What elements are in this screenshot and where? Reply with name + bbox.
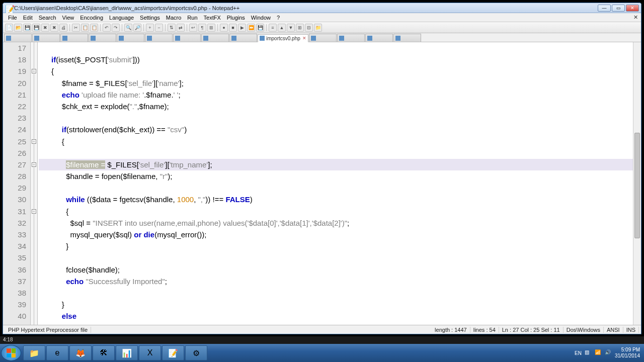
menu-encoding[interactable]: Encoding [77, 15, 106, 21]
app-icon: 📝 [5, 5, 12, 12]
tray-network-icon[interactable]: 📶 [595, 349, 602, 356]
window-title: C:\Users\jiansen\Desktop\CAS\jiansen_dir… [14, 5, 598, 11]
toolbar-separator [217, 24, 218, 31]
sync-horiz-icon[interactable]: ⇄ [177, 24, 185, 32]
file-tab[interactable] [365, 34, 393, 42]
tray-lang[interactable]: EN [575, 350, 582, 356]
stop-macro-icon[interactable]: ■ [229, 24, 237, 32]
file-tab[interactable] [145, 34, 173, 42]
indent-guide-icon[interactable]: ⊞ [207, 24, 215, 32]
tab-close-icon[interactable]: ✕ [302, 36, 306, 41]
sync-vert-icon[interactable]: ⇅ [168, 24, 176, 32]
system-tray[interactable]: EN ▧ 📶 🔊 5:09 PM 31/01/2014 [575, 347, 643, 359]
tray-clock[interactable]: 5:09 PM 31/01/2014 [615, 347, 640, 359]
paste-icon[interactable]: 📋 [90, 24, 98, 32]
video-time-strip: 4:18 [0, 336, 644, 344]
file-tab[interactable] [89, 34, 116, 42]
file-tab[interactable] [117, 34, 144, 42]
tool-extra-icon[interactable]: ▼ [287, 24, 295, 32]
scrollbar-thumb[interactable] [634, 133, 640, 238]
play-multi-icon[interactable]: ⏩ [247, 24, 255, 32]
file-tab[interactable] [201, 34, 229, 42]
replace-icon[interactable]: 🔎 [133, 24, 141, 32]
play-macro-icon[interactable]: ▶ [238, 24, 246, 32]
taskbar-app-icon[interactable]: ⚙ [185, 345, 207, 360]
save-all-icon[interactable]: 💾 [32, 24, 40, 32]
wrap-icon[interactable]: ↩ [189, 24, 197, 32]
title-bar[interactable]: 📝 C:\Users\jiansen\Desktop\CAS\jiansen_d… [3, 3, 641, 13]
status-filetype: PHP Hypertext Preprocessor file [5, 327, 91, 333]
file-tab[interactable] [173, 34, 201, 42]
file-tab[interactable] [32, 34, 60, 42]
status-eol: Dos\Windows [564, 327, 604, 333]
find-icon[interactable]: 🔍 [124, 24, 132, 32]
status-insert-mode: INS [623, 327, 639, 333]
tray-flag-icon[interactable]: ▧ [585, 349, 592, 356]
cut-icon[interactable]: ✂ [72, 24, 80, 32]
menu-file[interactable]: File [5, 15, 20, 21]
close-document-button[interactable]: ✕ [632, 14, 639, 21]
tool-extra-icon[interactable]: ▲ [278, 24, 286, 32]
taskbar-ie-icon[interactable]: e [46, 345, 68, 360]
tabs-bar: importcsv0.php ✕ [3, 33, 641, 42]
file-icon [62, 36, 67, 41]
menu-settings[interactable]: Settings [137, 15, 163, 21]
zoom-in-icon[interactable]: + [146, 24, 154, 32]
start-button[interactable] [1, 345, 21, 361]
file-tab-active[interactable]: importcsv0.php ✕ [258, 34, 308, 42]
record-macro-icon[interactable]: ● [220, 24, 228, 32]
taskbar-excel-icon[interactable]: X [139, 345, 161, 360]
taskbar-app-icon[interactable]: 🛠 [93, 345, 115, 360]
file-tab[interactable] [309, 34, 337, 42]
redo-icon[interactable]: ↷ [112, 24, 120, 32]
menu-help[interactable]: ? [274, 15, 283, 21]
file-icon [91, 36, 96, 41]
zoom-out-icon[interactable]: − [155, 24, 163, 32]
menu-textfx[interactable]: TextFX [201, 15, 224, 21]
close-icon[interactable]: ✖ [41, 24, 49, 32]
fold-column[interactable]: −−−− [31, 42, 38, 325]
minimize-button[interactable]: — [598, 5, 611, 12]
taskbar-app-icon[interactable]: 📊 [116, 345, 138, 360]
file-tab[interactable] [393, 34, 421, 42]
taskbar-explorer-icon[interactable]: 📁 [23, 345, 45, 360]
undo-icon[interactable]: ↶ [103, 24, 111, 32]
file-icon [6, 36, 11, 41]
notepadpp-window: 📝 C:\Users\jiansen\Desktop\CAS\jiansen_d… [3, 3, 641, 334]
menu-search[interactable]: Search [36, 15, 59, 21]
file-tab[interactable] [337, 34, 365, 42]
menu-plugins[interactable]: Plugins [224, 15, 248, 21]
windows-taskbar: 📁 e 🦊 🛠 📊 X 📝 ⚙ EN ▧ 📶 🔊 5:09 PM 31/01/2… [0, 344, 644, 362]
file-tab[interactable] [60, 34, 88, 42]
save-icon[interactable]: 💾 [23, 24, 31, 32]
menu-view[interactable]: View [59, 15, 77, 21]
taskbar-notepadpp-icon[interactable]: 📝 [162, 345, 184, 360]
tool-extra-icon[interactable]: ⊟ [305, 24, 313, 32]
taskbar-firefox-icon[interactable]: 🦊 [69, 345, 92, 360]
show-chars-icon[interactable]: ¶ [198, 24, 206, 32]
tool-extra-icon[interactable]: ≡ [269, 24, 277, 32]
print-icon[interactable]: 🖨 [59, 24, 67, 32]
vertical-scrollbar[interactable] [633, 42, 641, 325]
new-file-icon[interactable]: 📄 [5, 24, 13, 32]
file-icon [367, 36, 372, 41]
close-button[interactable]: ✕ [626, 5, 639, 12]
menu-macro[interactable]: Macro [163, 15, 185, 21]
tool-extra-icon[interactable]: 📁 [314, 24, 322, 32]
tray-volume-icon[interactable]: 🔊 [605, 349, 612, 356]
code-editor[interactable]: if(isset($_POST['submit'])) { $fname = $… [38, 42, 641, 325]
menu-run[interactable]: Run [184, 15, 200, 21]
copy-icon[interactable]: 📋 [81, 24, 89, 32]
menu-edit[interactable]: Edit [20, 15, 36, 21]
menu-window[interactable]: Window [248, 15, 274, 21]
maximize-button[interactable]: ▭ [612, 5, 625, 12]
menu-language[interactable]: Language [106, 15, 137, 21]
close-all-icon[interactable]: ✖ [50, 24, 58, 32]
file-tab[interactable] [229, 34, 257, 42]
tool-extra-icon[interactable]: ⊞ [296, 24, 304, 32]
toolbar-separator [69, 24, 70, 31]
file-tab[interactable] [4, 34, 32, 42]
window-controls: — ▭ ✕ [598, 5, 639, 12]
save-macro-icon[interactable]: 💾 [256, 24, 264, 32]
open-file-icon[interactable]: 📂 [14, 24, 22, 32]
